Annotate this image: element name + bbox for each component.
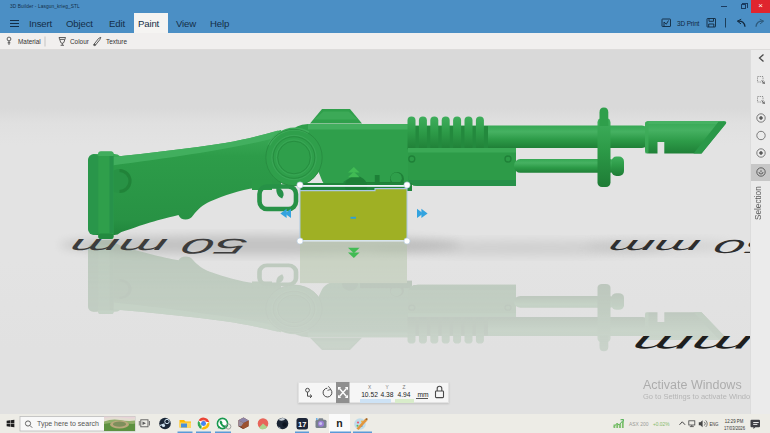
svg-text:ASX 200: ASX 200: [629, 421, 649, 427]
svg-text:Texture: Texture: [106, 38, 127, 45]
svg-text:Go to Settings to activate Win: Go to Settings to activate Windows.: [643, 392, 761, 401]
svg-text:Y: Y: [385, 385, 389, 390]
svg-text:4.38: 4.38: [380, 391, 393, 398]
svg-text:ENG: ENG: [710, 421, 719, 427]
svg-text:+0.02%: +0.02%: [653, 421, 670, 427]
svg-text:50 mm: 50 mm: [67, 234, 250, 258]
svg-text:Activate Windows: Activate Windows: [643, 378, 742, 392]
svg-text:mm: mm: [417, 391, 429, 398]
svg-text:mm: mm: [628, 331, 754, 357]
svg-text:17: 17: [298, 420, 306, 429]
svg-text:Z: Z: [403, 385, 406, 390]
svg-text:12:29 PM: 12:29 PM: [725, 418, 744, 424]
svg-text:3D Print: 3D Print: [677, 20, 700, 27]
svg-text:4.94: 4.94: [397, 391, 410, 398]
svg-text:50 mm: 50 mm: [606, 236, 770, 257]
svg-text:n: n: [336, 417, 342, 429]
svg-text:10.52: 10.52: [361, 391, 378, 398]
svg-text:Type here to search: Type here to search: [37, 420, 99, 428]
svg-text:X: X: [368, 385, 372, 390]
svg-text:Material: Material: [18, 38, 41, 45]
svg-text:Colour: Colour: [70, 38, 90, 45]
svg-text:17/03/2026: 17/03/2026: [724, 425, 746, 431]
